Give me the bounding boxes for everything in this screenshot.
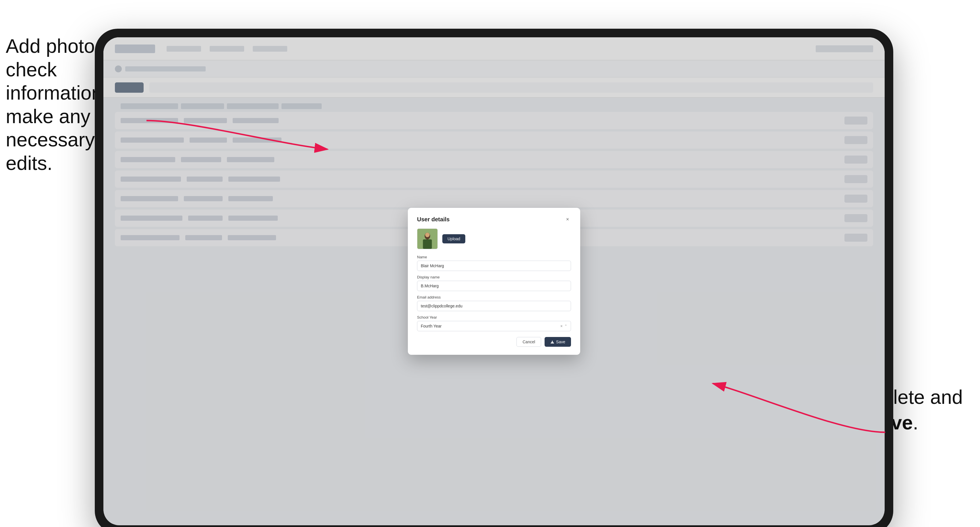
school-year-field-group: School Year Fourth Year × ⌃	[417, 315, 571, 331]
tablet-frame: User details × Upload	[95, 29, 893, 527]
modal-title: User details	[417, 216, 450, 223]
display-name-label: Display name	[417, 275, 571, 279]
modal-header: User details ×	[417, 216, 571, 223]
user-details-modal: User details × Upload	[408, 208, 580, 355]
school-year-select[interactable]: Fourth Year × ⌃	[417, 321, 571, 331]
school-year-value: Fourth Year	[421, 324, 560, 329]
email-field-group: Email address	[417, 295, 571, 311]
tablet-screen: User details × Upload	[103, 37, 885, 525]
display-name-field-group: Display name	[417, 275, 571, 291]
select-clear-icon[interactable]: ×	[560, 324, 563, 329]
svg-rect-2	[423, 240, 432, 249]
name-label: Name	[417, 255, 571, 259]
photo-thumbnail	[417, 229, 438, 249]
cancel-button[interactable]: Cancel	[516, 337, 541, 347]
save-button[interactable]: Save	[544, 337, 571, 347]
svg-point-3	[425, 233, 430, 237]
svg-rect-4	[550, 343, 554, 344]
name-field-group: Name	[417, 255, 571, 271]
annotation-right-end: .	[913, 412, 918, 433]
save-icon	[550, 340, 554, 344]
select-actions: × ⌃	[560, 324, 567, 329]
display-name-input[interactable]	[417, 281, 571, 291]
modal-close-button[interactable]: ×	[564, 216, 571, 223]
upload-photo-button[interactable]: Upload	[442, 234, 465, 243]
modal-footer: Cancel Save	[417, 337, 571, 347]
photo-section: Upload	[417, 229, 571, 249]
email-label: Email address	[417, 295, 571, 299]
modal-overlay: User details × Upload	[103, 37, 885, 525]
school-year-label: School Year	[417, 315, 571, 319]
select-arrow-icon[interactable]: ⌃	[565, 324, 567, 328]
email-input[interactable]	[417, 301, 571, 311]
save-label: Save	[556, 340, 565, 344]
name-input[interactable]	[417, 260, 571, 271]
